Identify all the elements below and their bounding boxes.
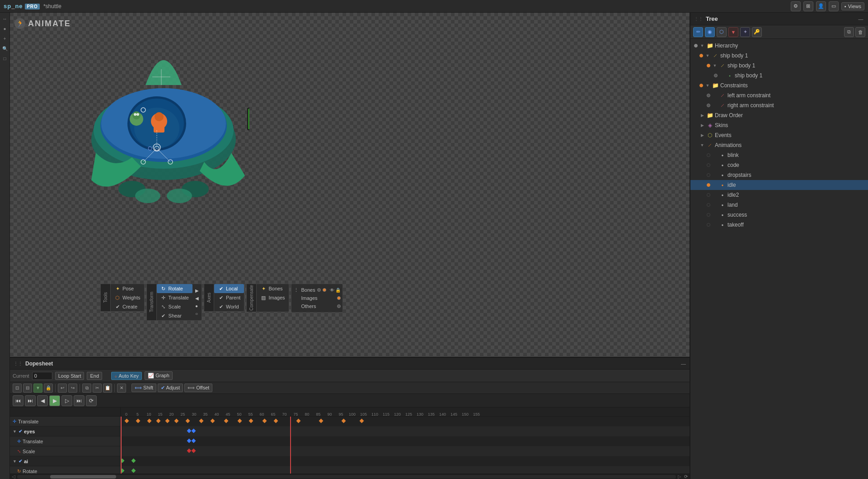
tree-anim-code[interactable]: ● code xyxy=(690,160,868,170)
tree-constraints[interactable]: ▼ 📁 Constraints xyxy=(690,81,868,90)
constraints-expand[interactable]: ▼ xyxy=(705,83,710,88)
bones-dot-1[interactable] xyxy=(317,288,321,292)
track-eyes-scale[interactable]: ⤡ Scale xyxy=(10,446,120,456)
ds-scrollbar[interactable]: ◁ ▷ ⟳ xyxy=(10,474,690,479)
local-button[interactable]: ✔ Local xyxy=(214,284,244,293)
tree-animations[interactable]: ▼ ⟋ Animations xyxy=(690,140,868,150)
tree-anim-success[interactable]: ● success xyxy=(690,210,868,220)
tree-skins[interactable]: ▶ ◈ Skins xyxy=(690,120,868,130)
filter-link-btn[interactable]: ⬡ xyxy=(717,27,727,37)
ds-undo-btn[interactable]: ↩ xyxy=(58,384,67,393)
timeline-row-ai[interactable] xyxy=(121,456,690,466)
kf-8[interactable] xyxy=(199,418,204,423)
tree-events[interactable]: ▶ ⬡ Events xyxy=(690,130,868,140)
kf-17[interactable] xyxy=(342,418,346,423)
ds-delete-btn[interactable]: ✕ xyxy=(117,384,126,393)
transform-btn-3[interactable]: ● xyxy=(193,303,201,309)
track-ai-rotate[interactable]: ↻ Rotate xyxy=(10,466,120,474)
create-button[interactable]: ✔ Create xyxy=(111,302,144,311)
rotate-button[interactable]: ↻ Rotate xyxy=(157,284,192,293)
kf-et-2[interactable] xyxy=(192,438,196,443)
left-icon-2[interactable]: ● xyxy=(1,24,9,33)
tree-anim-dropstairs[interactable]: ● dropstairs xyxy=(690,170,868,180)
kf-et-1[interactable] xyxy=(187,438,192,443)
kf-11[interactable] xyxy=(238,418,242,423)
adjust-button[interactable]: ✔ Adjust xyxy=(158,384,183,392)
user-button[interactable]: 👤 xyxy=(816,1,826,11)
scrollbar-thumb[interactable] xyxy=(50,475,116,479)
timeline-tracks[interactable]: 0 5 10 15 20 25 30 35 40 45 50 xyxy=(121,408,690,474)
kf-es-1[interactable] xyxy=(187,448,192,453)
filter-star-btn[interactable]: ✦ xyxy=(740,27,750,37)
pose-button[interactable]: ✦ Pose xyxy=(111,284,144,293)
kf-1[interactable] xyxy=(125,418,129,423)
ds-copy-btn[interactable]: ⧉ xyxy=(82,384,91,393)
eyes-collapse[interactable]: ▼ xyxy=(13,429,17,434)
filter-edit-btn[interactable]: ✏ xyxy=(693,27,703,37)
images-compensate-button[interactable]: ▨ Images xyxy=(257,293,288,302)
parent-button[interactable]: ✔ Parent xyxy=(214,293,244,302)
ds-filter-btn[interactable]: ▼ xyxy=(33,384,42,393)
tree-collapse-btn[interactable]: — xyxy=(857,15,864,23)
filter-circle-btn[interactable]: ◉ xyxy=(705,27,715,37)
views-button[interactable]: ▪ Views xyxy=(841,2,864,10)
filter-trash-btn[interactable]: 🗑 xyxy=(855,27,865,37)
track-ai-group[interactable]: ▼ ✔ ai xyxy=(10,456,120,466)
left-arm-expand[interactable] xyxy=(712,93,718,98)
left-icon-1[interactable]: ↔ xyxy=(1,14,9,23)
timeline-row-ai-rotate[interactable] xyxy=(121,466,690,474)
ds-btn-1[interactable]: ⊡ xyxy=(13,384,22,393)
others-dot[interactable] xyxy=(337,304,341,308)
kf-7[interactable] xyxy=(186,418,190,423)
ship-body-expand-2[interactable]: ▼ xyxy=(712,63,718,68)
images-dot[interactable] xyxy=(337,296,341,300)
weights-button[interactable]: ⬡ Weights xyxy=(111,293,144,302)
timeline-row-eyes[interactable] xyxy=(121,427,690,436)
auto-key-button[interactable]: ⬦ Auto Key xyxy=(111,372,142,380)
goto-start-btn[interactable]: ⏮ xyxy=(13,395,23,406)
scale-button[interactable]: ⤡ Scale xyxy=(157,302,192,311)
tree-anim-takeoff[interactable]: ● takeoff xyxy=(690,220,868,230)
shear-button[interactable]: ✔ Shear xyxy=(157,311,192,320)
right-arm-expand[interactable] xyxy=(712,103,718,108)
skins-expand[interactable]: ▶ xyxy=(699,123,705,128)
tree-anim-blink[interactable]: ● blink xyxy=(690,150,868,160)
grid-button[interactable]: ⊞ xyxy=(803,1,813,11)
settings-button[interactable]: ⚙ xyxy=(791,1,801,11)
track-eyes-translate[interactable]: ✛ Translate xyxy=(10,436,120,446)
ship-body-expand-3[interactable] xyxy=(719,73,725,78)
transform-btn-4[interactable]: ○ xyxy=(193,310,201,317)
left-icon-4[interactable]: 🔍 xyxy=(1,44,9,52)
ai-collapse[interactable]: ▼ xyxy=(13,459,17,464)
kf-ai-2[interactable] xyxy=(131,458,136,463)
track-eyes-group[interactable]: ▼ ✔ eyes xyxy=(10,427,120,436)
events-expand[interactable]: ▶ xyxy=(699,133,705,138)
tree-anim-idle[interactable]: ● idle xyxy=(690,180,868,190)
filter-copy-btn[interactable]: ⧉ xyxy=(844,27,854,37)
loop-btn[interactable]: ⟳ xyxy=(86,395,97,406)
filter-down-btn[interactable]: ▼ xyxy=(728,27,738,37)
window-button[interactable]: ▭ xyxy=(829,1,839,11)
bones-compensate-button[interactable]: ✦ Bones xyxy=(257,284,288,293)
current-input[interactable] xyxy=(32,372,52,380)
kf-2[interactable] xyxy=(136,418,141,423)
kf-5[interactable] xyxy=(165,418,170,423)
kf-10[interactable] xyxy=(224,418,229,423)
draw-order-expand[interactable]: ▶ xyxy=(699,113,705,118)
track-translate-row[interactable]: ✛ Translate xyxy=(10,417,120,427)
end-button[interactable]: End xyxy=(87,372,102,380)
shift-button[interactable]: ⟺ Shift xyxy=(131,384,156,392)
dopesheet-collapse[interactable]: — xyxy=(681,361,686,366)
transform-btn-1[interactable]: ▶ xyxy=(193,287,201,294)
tree-hierarchy[interactable]: ▼ 📁 Hierarchy xyxy=(690,41,868,51)
bones-dot-2[interactable] xyxy=(323,288,326,292)
ds-lock-btn[interactable]: 🔒 xyxy=(44,384,53,393)
ds-paste-btn[interactable]: 📋 xyxy=(103,384,112,393)
offset-button[interactable]: ⟺ Offset xyxy=(184,384,212,392)
filter-key-btn[interactable]: 🔑 xyxy=(752,27,762,37)
kf-12[interactable] xyxy=(249,418,253,423)
scroll-icon[interactable]: ⟳ xyxy=(684,474,688,479)
kf-eyes-1[interactable] xyxy=(187,428,192,433)
prev-key-btn[interactable]: ⏭ xyxy=(25,395,36,406)
viewport[interactable]: 🏃 ANIMATE xyxy=(10,13,690,357)
